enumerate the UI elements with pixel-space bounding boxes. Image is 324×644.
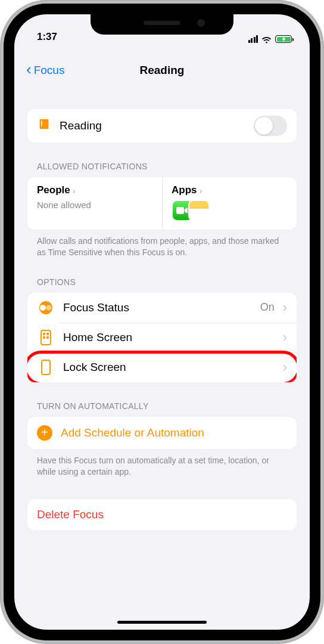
add-automation-label: Add Schedule or Automation <box>61 426 287 439</box>
delete-focus-label: Delete Focus <box>37 508 287 521</box>
svg-rect-1 <box>41 121 42 126</box>
lock-screen-label: Lock Screen <box>63 361 275 374</box>
book-icon <box>37 117 51 134</box>
back-label: Focus <box>34 64 65 77</box>
chevron-right-icon: › <box>283 301 287 314</box>
automation-card: Add Schedule or Automation <box>27 417 297 449</box>
focus-status-row[interactable]: Focus Status On › <box>27 293 297 323</box>
svg-point-5 <box>46 305 52 310</box>
back-button[interactable]: ‹ Focus <box>26 63 64 77</box>
svg-rect-9 <box>43 336 45 339</box>
svg-rect-11 <box>42 360 50 374</box>
notch <box>91 14 233 35</box>
chevron-right-icon: › <box>200 186 202 195</box>
apps-label: Apps <box>172 184 197 196</box>
wifi-icon <box>261 35 272 43</box>
phone-frame: 1:37 ‹ Focus <box>0 0 324 644</box>
cellular-signal-icon <box>248 35 258 43</box>
battery-icon <box>275 35 292 43</box>
add-automation-row[interactable]: Add Schedule or Automation <box>27 417 297 449</box>
delete-card: Delete Focus <box>27 499 297 530</box>
svg-rect-8 <box>46 333 49 335</box>
focus-status-icon <box>37 300 55 315</box>
nav-bar: ‹ Focus Reading <box>14 54 310 86</box>
chevron-right-icon: › <box>73 186 76 195</box>
focus-status-label: Focus Status <box>63 301 252 314</box>
svg-rect-6 <box>41 330 51 345</box>
svg-rect-2 <box>176 207 184 214</box>
allowed-apps-icons <box>172 200 287 221</box>
options-header: Options <box>27 258 297 293</box>
allowed-header: Allowed Notifications <box>27 143 297 177</box>
allowed-card: People › None allowed Apps › <box>27 177 297 230</box>
svg-rect-0 <box>40 119 49 129</box>
focus-toggle[interactable] <box>254 116 287 136</box>
allowed-people[interactable]: People › None allowed <box>27 177 162 230</box>
home-screen-icon <box>37 330 55 345</box>
auto-header: Turn On Automatically <box>27 382 297 417</box>
notes-icon <box>188 200 210 221</box>
chevron-left-icon: ‹ <box>26 61 32 77</box>
svg-rect-7 <box>43 333 45 335</box>
lock-screen-icon <box>37 360 55 375</box>
home-indicator[interactable] <box>117 621 207 624</box>
svg-rect-10 <box>46 336 49 339</box>
chevron-right-icon: › <box>283 361 287 374</box>
allowed-footer: Allow calls and notifications from peopl… <box>27 230 297 258</box>
allowed-apps[interactable]: Apps › <box>162 177 297 230</box>
lock-screen-row[interactable]: Lock Screen › <box>27 352 297 382</box>
home-screen-row[interactable]: Home Screen › <box>27 323 297 352</box>
home-screen-label: Home Screen <box>63 331 275 344</box>
focus-status-value: On <box>260 301 275 314</box>
delete-focus-row[interactable]: Delete Focus <box>27 499 297 530</box>
people-summary: None allowed <box>37 200 152 210</box>
screen: 1:37 ‹ Focus <box>14 14 310 630</box>
auto-footer: Have this Focus turn on automatically at… <box>27 449 297 478</box>
people-label: People <box>37 184 70 196</box>
add-icon <box>37 425 52 441</box>
focus-toggle-card: Reading <box>27 109 297 143</box>
page-title: Reading <box>140 64 185 77</box>
bezel: 1:37 ‹ Focus <box>4 4 320 640</box>
options-card: Focus Status On › Home Screen › <box>27 293 297 382</box>
svg-point-4 <box>40 305 46 311</box>
focus-name: Reading <box>60 119 245 132</box>
chevron-right-icon: › <box>283 331 287 344</box>
clock: 1:37 <box>37 31 57 43</box>
